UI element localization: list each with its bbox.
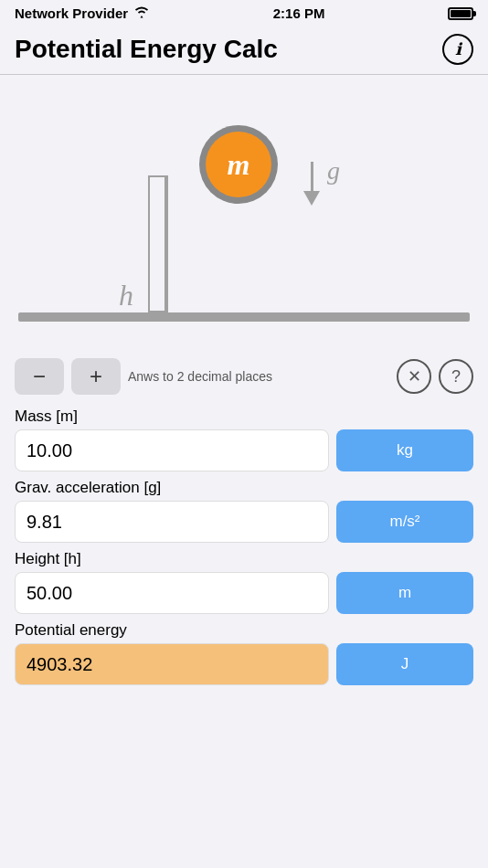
ground-line [18,312,470,322]
arrow-head [303,191,320,206]
field-group-1: Grav. acceleration [g]m/s² [15,479,473,543]
unit-button-2[interactable]: m [336,572,473,614]
decimal-places-label: Anws to 2 decimal places [128,369,389,384]
ball-outer-ring: m [199,125,278,204]
height-pole [164,175,168,312]
clear-button[interactable]: ✕ [397,359,431,394]
time-label: 2:16 PM [273,5,325,21]
field-group-0: Mass [m]kg [15,408,473,471]
unit-button-1[interactable]: m/s² [336,501,473,543]
carrier-label: Network Provider [15,5,128,21]
ball-inner: m [206,132,271,197]
field-row-1: m/s² [15,501,473,543]
controls-area: − + Anws to 2 decimal places ✕ ? Mass [m… [0,349,488,698]
toolbar: − + Anws to 2 decimal places ✕ ? [15,358,473,395]
arrow-shaft [311,162,313,191]
field-label-1: Grav. acceleration [g] [15,479,473,497]
battery-icon [448,7,473,20]
clear-icon: ✕ [408,366,421,386]
field-input-0[interactable] [15,429,329,471]
gravity-arrow: g [303,162,320,206]
app-title: Potential Energy Calc [15,35,278,64]
field-row-3: J [15,643,473,685]
info-icon: ℹ [455,39,461,59]
decrease-button[interactable]: − [15,358,64,395]
result-input[interactable] [15,643,329,685]
help-button[interactable]: ? [439,359,473,394]
info-button[interactable]: ℹ [442,34,473,65]
field-row-0: kg [15,429,473,471]
gravity-label: g [327,156,340,185]
field-group-3: Potential energyJ [15,621,473,685]
fields-container: Mass [m]kgGrav. acceleration [g]m/s²Heig… [15,408,473,685]
wifi-icon [133,5,150,21]
unit-button-0[interactable]: kg [336,429,473,471]
height-bracket [148,175,164,312]
field-input-2[interactable] [15,572,329,614]
mass-label: m [228,148,250,182]
help-icon: ? [451,367,461,386]
status-bar: Network Provider 2:16 PM [0,0,488,25]
field-label-0: Mass [m] [15,408,473,426]
unit-button-3[interactable]: J [336,643,473,685]
field-group-2: Height [h]m [15,550,473,614]
ball: m [199,125,278,204]
illustration: m g h [0,75,488,349]
field-row-2: m [15,572,473,614]
field-input-1[interactable] [15,501,329,543]
status-right [448,7,473,20]
increase-button[interactable]: + [71,358,121,395]
field-label-2: Height [h] [15,550,473,568]
height-label: h [119,279,133,312]
status-left: Network Provider [15,5,150,21]
app-header: Potential Energy Calc ℹ [0,25,488,75]
field-label-3: Potential energy [15,621,473,640]
